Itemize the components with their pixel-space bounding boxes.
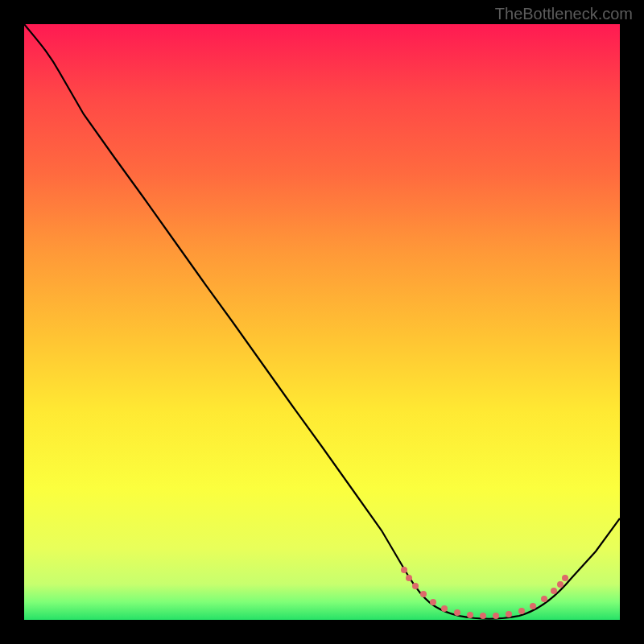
svg-point-7 xyxy=(467,612,473,618)
attribution-label: TheBottleneck.com xyxy=(495,5,633,23)
svg-point-9 xyxy=(493,613,499,619)
chart-frame: TheBottleneck.com xyxy=(0,0,644,644)
svg-point-3 xyxy=(420,591,427,597)
svg-point-4 xyxy=(430,599,436,605)
svg-point-0 xyxy=(401,567,407,573)
svg-point-1 xyxy=(406,575,412,581)
dotted-zone xyxy=(401,567,568,619)
svg-point-15 xyxy=(557,581,564,588)
svg-point-2 xyxy=(412,583,419,589)
svg-point-6 xyxy=(454,609,460,616)
svg-point-8 xyxy=(480,613,486,619)
svg-point-12 xyxy=(530,603,536,609)
svg-point-14 xyxy=(551,588,557,594)
svg-point-10 xyxy=(506,611,512,617)
svg-point-16 xyxy=(562,575,568,581)
curve-line xyxy=(24,24,620,619)
chart-plot-area xyxy=(24,24,620,620)
chart-svg xyxy=(24,24,620,620)
svg-point-11 xyxy=(518,608,525,614)
svg-point-13 xyxy=(541,596,547,602)
svg-point-5 xyxy=(441,605,448,612)
